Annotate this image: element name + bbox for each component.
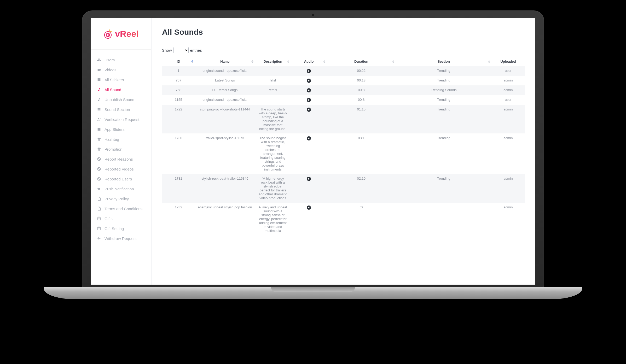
sounds-table: ID Name Description: [162, 57, 525, 235]
sidebar-item-label: Gift Setting: [105, 226, 124, 231]
play-icon[interactable]: [307, 79, 311, 83]
entries-label: entries: [190, 48, 202, 52]
table-row: 1722stomping-rock-four-shots-111444The s…: [162, 105, 525, 133]
sidebar-item-label: Hashtag: [105, 137, 119, 142]
cell-name: DJ Remix Songs: [212, 88, 237, 92]
sidebar-item-all-stickers[interactable]: All Stickers: [91, 75, 151, 85]
sidebar-item-users[interactable]: Users: [91, 55, 151, 65]
cell-description: The sound begins with a dramatic, sweepi…: [258, 136, 287, 171]
image-icon: [97, 77, 101, 82]
cell-description: remix: [258, 88, 287, 92]
table-row: 757Latest Songslatst00:18Trendingadmin: [162, 76, 525, 85]
sidebar-item-label: Terms and Conditions: [105, 207, 142, 211]
cell-section: Trending: [437, 98, 450, 102]
sidebar-item-label: All Sound: [105, 87, 121, 92]
gift-icon: [97, 226, 101, 231]
sidebar-item-label: Report Reasons: [105, 157, 133, 161]
cell-duration: 00:22: [357, 69, 366, 73]
sidebar-item-sound-section[interactable]: Sound Section: [91, 104, 151, 114]
page-header: All Sounds: [152, 18, 535, 42]
svg-line-7: [98, 178, 100, 180]
sort-icon: [251, 60, 253, 63]
cell-id: 1722: [175, 107, 182, 111]
entries-select[interactable]: [173, 47, 189, 53]
sidebar-item-reported-videos[interactable]: Reported Videos: [91, 164, 151, 174]
ban-icon: [97, 177, 101, 181]
content-area: Show entries ID Nam: [152, 42, 535, 240]
laptop-base: [44, 287, 582, 299]
th-audio[interactable]: Audio: [291, 57, 327, 66]
play-icon[interactable]: [307, 177, 311, 181]
th-name[interactable]: Name: [195, 57, 255, 66]
cell-id: 1731: [175, 177, 182, 180]
logo: vReel: [91, 18, 151, 50]
cell-duration: 01:15: [357, 107, 366, 111]
cell-section: Trending: [437, 78, 450, 82]
logo-text: vReel: [115, 29, 139, 39]
sidebar-item-label: Reported Users: [105, 177, 132, 181]
th-duration[interactable]: Duration: [327, 57, 396, 66]
cell-duration: 02:10: [357, 177, 366, 180]
cell-id: 1732: [175, 205, 182, 209]
sidebar-item-label: Reported Videos: [105, 167, 134, 171]
sidebar-item-label: Privacy Policy: [105, 197, 129, 201]
th-section[interactable]: Section: [396, 57, 492, 66]
cell-description: The sound starts with a deep, heavy stom…: [258, 107, 287, 131]
play-icon[interactable]: [307, 88, 311, 92]
sidebar-item-gifts[interactable]: Gifts: [91, 214, 151, 224]
cell-duration: :0: [360, 205, 363, 209]
megaphone-icon: [97, 186, 101, 191]
cell-name: original sound - qboxusofficial: [202, 98, 247, 102]
sidebar-item-verification-request[interactable]: Verification Request: [91, 114, 151, 124]
page-title: All Sounds: [162, 28, 525, 37]
sidebar: vReel UsersVideosAll StickersAll SoundUn…: [91, 18, 152, 285]
cell-description: "A high-energy rock beat with a stylish …: [258, 177, 287, 200]
sidebar-item-report-reasons[interactable]: Report Reasons: [91, 154, 151, 164]
cell-uploaded: admin: [503, 136, 513, 140]
video-icon: [97, 67, 101, 72]
list-icon: [97, 107, 101, 112]
th-id[interactable]: ID: [162, 57, 195, 66]
sidebar-item-app-sliders[interactable]: App Sliders: [91, 124, 151, 134]
table-header-row: ID Name Description: [162, 57, 525, 66]
sidebar-nav: UsersVideosAll StickersAll SoundUnpublis…: [91, 50, 151, 249]
cell-duration: 03:1: [358, 136, 364, 140]
play-icon[interactable]: [307, 206, 311, 210]
sidebar-item-label: Users: [105, 58, 115, 62]
sidebar-item-videos[interactable]: Videos: [91, 65, 151, 75]
laptop-mockup: vReel UsersVideosAll StickersAll SoundUn…: [82, 10, 544, 299]
cell-section: Trending Sounds: [431, 88, 457, 92]
sidebar-item-label: Gifts: [105, 216, 113, 221]
sidebar-item-label: Unpublish Sound: [105, 97, 134, 102]
sidebar-item-hashtag[interactable]: Hashtag: [91, 134, 151, 144]
sidebar-item-all-sound[interactable]: All Sound: [91, 85, 151, 95]
sidebar-item-label: Verification Request: [105, 117, 139, 122]
app-screen: vReel UsersVideosAll StickersAll SoundUn…: [91, 18, 535, 285]
user-check-icon: [97, 117, 101, 122]
th-uploaded[interactable]: Uploaded: [492, 57, 525, 66]
cell-section: Trending: [437, 177, 450, 180]
sidebar-item-reported-users[interactable]: Reported Users: [91, 174, 151, 184]
sidebar-item-withdraw-request[interactable]: Withdraw Request: [91, 233, 151, 243]
cell-name: Latest Songs: [215, 78, 235, 82]
sidebar-item-privacy-policy[interactable]: Privacy Policy: [91, 194, 151, 204]
cell-description: A lively and upbeat sound with a strong …: [258, 205, 287, 233]
play-icon[interactable]: [307, 108, 311, 112]
sort-icon: [392, 60, 394, 63]
table-row: 1original sound - qboxusofficial00:22Tre…: [162, 66, 525, 76]
sidebar-item-terms-and-conditions[interactable]: Terms and Conditions: [91, 204, 151, 214]
sort-icon: [287, 60, 289, 63]
sidebar-item-label: Sound Section: [105, 107, 130, 112]
table-row: 1731stylish-rock-beat-trailer-116346"A h…: [162, 174, 525, 203]
play-icon[interactable]: [307, 136, 311, 140]
th-description[interactable]: Description: [255, 57, 291, 66]
sidebar-item-gift-setting[interactable]: Gift Setting: [91, 224, 151, 233]
sidebar-item-push-notification[interactable]: Push Notification: [91, 184, 151, 194]
play-icon[interactable]: [307, 69, 311, 73]
sidebar-item-label: Push Notification: [105, 187, 134, 191]
hash-icon: [97, 137, 101, 142]
play-icon[interactable]: [307, 98, 311, 102]
sidebar-item-unpublish-sound[interactable]: Unpublish Sound: [91, 95, 151, 104]
sidebar-item-promotion[interactable]: Promotion: [91, 144, 151, 154]
sidebar-item-label: Withdraw Request: [105, 236, 137, 241]
